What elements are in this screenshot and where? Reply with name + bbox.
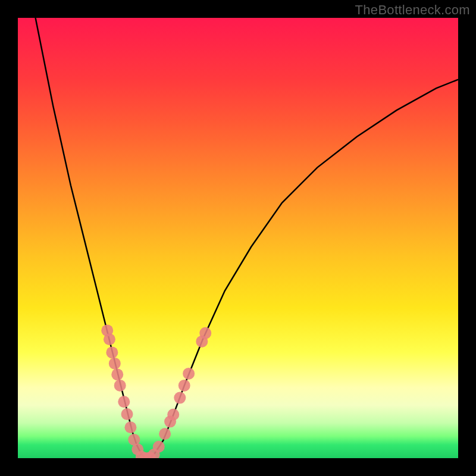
scatter-point — [159, 428, 171, 440]
scatter-point — [106, 346, 118, 358]
scatter-point — [167, 409, 179, 421]
scatter-point — [174, 392, 186, 404]
scatter-point — [118, 396, 130, 408]
scatter-point — [111, 368, 123, 380]
scatter-point — [114, 380, 126, 392]
scatter-group — [101, 324, 211, 458]
scatter-point — [183, 368, 195, 380]
watermark-text: TheBottleneck.com — [355, 2, 470, 18]
scatter-point — [124, 421, 136, 433]
scatter-point — [199, 327, 211, 339]
bottleneck-curve — [36, 18, 458, 458]
chart-svg — [18, 18, 458, 458]
chart-frame: TheBottleneck.com — [0, 0, 476, 476]
scatter-point — [104, 333, 115, 345]
scatter-point — [121, 408, 133, 420]
scatter-point — [153, 441, 165, 453]
scatter-point — [178, 380, 190, 392]
plot-area — [18, 18, 458, 458]
scatter-point — [109, 358, 121, 369]
